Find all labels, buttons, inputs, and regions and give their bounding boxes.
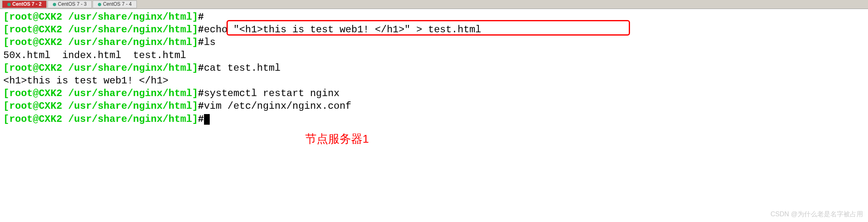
status-dot-icon [7,3,11,6]
terminal-line: [root@CXK2 /usr/share/nginx/html]#system… [3,87,865,100]
command-text: systemctl restart nginx [204,88,340,99]
shell-prompt: [root@CXK2 /usr/share/nginx/html] [3,88,198,99]
watermark-text: CSDN @为什么老是名字被占用 [771,210,863,219]
terminal-line: [root@CXK2 /usr/share/nginx/html]#cat te… [3,62,865,74]
prompt-hash: # [198,63,204,74]
tab-label: CentOS 7 - 4 [103,1,131,8]
terminal-output-line: <h1>this is test web1! </h1> [3,74,865,87]
terminal-line: [root@CXK2 /usr/share/nginx/html]# [3,113,865,126]
prompt-hash: # [198,114,204,125]
command-text: ls [204,37,216,48]
terminal-output-line: 50x.html index.html test.html [3,49,865,62]
terminal-line: [root@CXK2 /usr/share/nginx/html]#echo "… [3,23,865,36]
command-text: echo "<h1>this is test web1! </h1>" > te… [204,24,481,35]
prompt-hash: # [198,88,204,99]
shell-prompt: [root@CXK2 /usr/share/nginx/html] [3,37,198,48]
shell-prompt: [root@CXK2 /usr/share/nginx/html] [3,24,198,35]
status-dot-icon [98,3,101,6]
shell-prompt: [root@CXK2 /usr/share/nginx/html] [3,101,198,112]
cursor-icon [204,114,210,125]
terminal-output[interactable]: [root@CXK2 /usr/share/nginx/html]# [root… [0,9,868,127]
shell-prompt: [root@CXK2 /usr/share/nginx/html] [3,114,198,125]
prompt-hash: # [198,11,204,22]
status-dot-icon [53,3,56,6]
shell-prompt: [root@CXK2 /usr/share/nginx/html] [3,11,198,22]
tab-centos-3[interactable]: CentOS 7 - 3 [48,0,92,9]
terminal-line: [root@CXK2 /usr/share/nginx/html]# [3,11,865,23]
tab-bar: CentOS 7 - 2 CentOS 7 - 3 CentOS 7 - 4 [0,0,868,9]
annotation-label: 节点服务器1 [305,132,369,146]
tab-centos-4[interactable]: CentOS 7 - 4 [93,0,137,9]
command-text: cat test.html [204,63,281,74]
prompt-hash: # [198,24,204,35]
tab-label: CentOS 7 - 2 [12,1,41,8]
tab-label: CentOS 7 - 3 [58,1,86,8]
tab-centos-2[interactable]: CentOS 7 - 2 [2,0,47,9]
shell-prompt: [root@CXK2 /usr/share/nginx/html] [3,63,198,74]
terminal-line: [root@CXK2 /usr/share/nginx/html]#vim /e… [3,100,865,112]
prompt-hash: # [198,101,204,112]
prompt-hash: # [198,37,204,48]
command-text: vim /etc/nginx/nginx.conf [204,101,351,112]
terminal-line: [root@CXK2 /usr/share/nginx/html]#ls [3,36,865,49]
